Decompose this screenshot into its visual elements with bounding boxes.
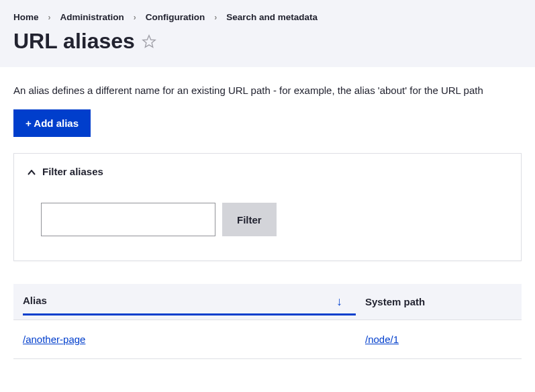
column-header-system-path[interactable]: System path <box>356 284 522 320</box>
filter-panel: Filter aliases Filter <box>13 153 522 261</box>
chevron-up-icon <box>28 166 36 177</box>
breadcrumb-home[interactable]: Home <box>13 12 39 22</box>
breadcrumb-search-metadata[interactable]: Search and metadata <box>226 12 318 22</box>
page-title: URL aliases <box>13 29 135 54</box>
filter-title: Filter aliases <box>42 166 103 177</box>
system-path-link[interactable]: /node/1 <box>365 334 399 345</box>
chevron-right-icon: › <box>134 13 136 22</box>
column-header-alias-label: Alias <box>23 295 47 306</box>
sort-arrow-down-icon: ↓ <box>336 295 342 309</box>
table-row: /another-page /node/1 <box>13 320 522 359</box>
filter-input[interactable] <box>41 203 215 236</box>
column-header-system-path-label: System path <box>365 296 425 307</box>
svg-marker-0 <box>143 35 155 46</box>
column-header-alias[interactable]: Alias ↓ <box>13 284 356 320</box>
chevron-right-icon: › <box>48 13 51 22</box>
filter-toggle[interactable]: Filter aliases <box>28 166 507 177</box>
star-icon[interactable] <box>142 34 156 49</box>
alias-link[interactable]: /another-page <box>23 334 85 345</box>
aliases-table: Alias ↓ System path /another-page /node/… <box>13 284 522 359</box>
breadcrumb-configuration[interactable]: Configuration <box>146 12 205 22</box>
breadcrumb: Home › Administration › Configuration › … <box>13 12 522 22</box>
page-description: An alias defines a different name for an… <box>13 85 522 96</box>
breadcrumb-administration[interactable]: Administration <box>60 12 124 22</box>
chevron-right-icon: › <box>214 13 217 22</box>
filter-button[interactable]: Filter <box>222 203 277 236</box>
active-sort-underline <box>23 313 356 315</box>
add-alias-button[interactable]: + Add alias <box>13 109 91 137</box>
